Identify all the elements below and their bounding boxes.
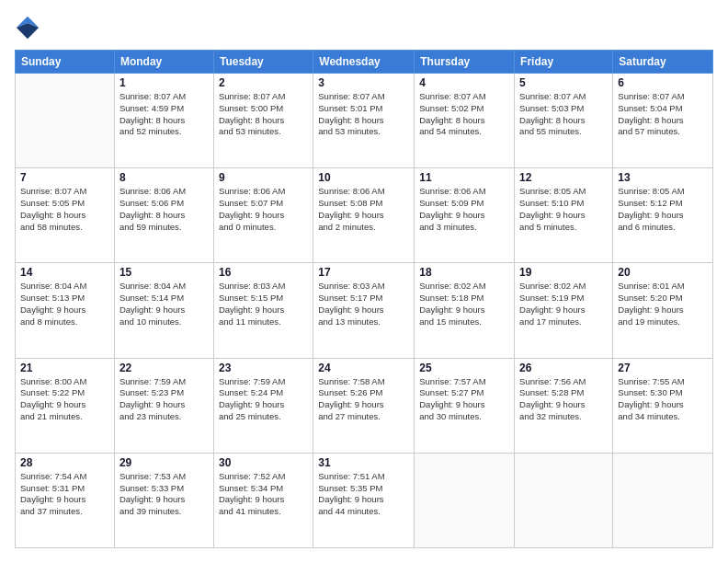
calendar-cell: 18Sunrise: 8:02 AM Sunset: 5:18 PM Dayli… (415, 263, 515, 358)
calendar-cell (515, 453, 613, 547)
day-info: Sunrise: 7:51 AM Sunset: 5:35 PM Dayligh… (318, 471, 409, 518)
day-number: 10 (318, 171, 409, 184)
day-info: Sunrise: 7:58 AM Sunset: 5:26 PM Dayligh… (318, 376, 409, 423)
day-info: Sunrise: 8:05 AM Sunset: 5:10 PM Dayligh… (519, 186, 608, 233)
day-info: Sunrise: 7:57 AM Sunset: 5:27 PM Dayligh… (419, 376, 509, 423)
day-number: 11 (419, 171, 509, 184)
calendar-cell: 9Sunrise: 8:06 AM Sunset: 5:07 PM Daylig… (213, 168, 313, 263)
week-row-3: 14Sunrise: 8:04 AM Sunset: 5:13 PM Dayli… (16, 263, 713, 358)
day-info: Sunrise: 8:07 AM Sunset: 5:00 PM Dayligh… (219, 91, 308, 138)
calendar-cell (415, 453, 515, 547)
day-info: Sunrise: 8:07 AM Sunset: 5:02 PM Dayligh… (419, 91, 509, 138)
day-number: 24 (318, 362, 409, 374)
calendar-cell: 24Sunrise: 7:58 AM Sunset: 5:26 PM Dayli… (313, 358, 415, 453)
day-number: 1 (119, 76, 209, 89)
calendar-cell: 16Sunrise: 8:03 AM Sunset: 5:15 PM Dayli… (213, 263, 313, 358)
day-info: Sunrise: 8:06 AM Sunset: 5:08 PM Dayligh… (318, 186, 409, 233)
calendar-cell: 30Sunrise: 7:52 AM Sunset: 5:34 PM Dayli… (213, 453, 313, 547)
weekday-header-wednesday: Wednesday (313, 51, 415, 74)
day-number: 7 (20, 171, 109, 184)
calendar-cell (613, 453, 713, 547)
weekday-header-tuesday: Tuesday (213, 51, 313, 74)
day-info: Sunrise: 7:56 AM Sunset: 5:28 PM Dayligh… (519, 376, 608, 423)
day-number: 2 (219, 76, 308, 89)
day-info: Sunrise: 8:04 AM Sunset: 5:13 PM Dayligh… (20, 281, 109, 327)
day-info: Sunrise: 8:03 AM Sunset: 5:17 PM Dayligh… (318, 281, 409, 327)
week-row-5: 28Sunrise: 7:54 AM Sunset: 5:31 PM Dayli… (16, 453, 713, 547)
calendar-cell: 13Sunrise: 8:05 AM Sunset: 5:12 PM Dayli… (613, 168, 713, 263)
calendar-cell: 22Sunrise: 7:59 AM Sunset: 5:23 PM Dayli… (114, 358, 213, 453)
page: SundayMondayTuesdayWednesdayThursdayFrid… (0, 0, 728, 563)
day-number: 22 (119, 362, 209, 374)
day-number: 23 (219, 362, 308, 374)
day-number: 8 (119, 171, 209, 184)
week-row-2: 7Sunrise: 8:07 AM Sunset: 5:05 PM Daylig… (16, 168, 713, 263)
calendar-cell: 21Sunrise: 8:00 AM Sunset: 5:22 PM Dayli… (16, 358, 115, 453)
calendar-cell: 17Sunrise: 8:03 AM Sunset: 5:17 PM Dayli… (313, 263, 415, 358)
calendar-cell: 3Sunrise: 8:07 AM Sunset: 5:01 PM Daylig… (313, 74, 415, 168)
day-info: Sunrise: 8:04 AM Sunset: 5:14 PM Dayligh… (119, 281, 209, 327)
calendar-cell: 23Sunrise: 7:59 AM Sunset: 5:24 PM Dayli… (213, 358, 313, 453)
day-number: 3 (318, 76, 409, 89)
day-info: Sunrise: 8:06 AM Sunset: 5:09 PM Dayligh… (419, 186, 509, 233)
day-number: 16 (219, 266, 308, 279)
calendar-cell: 7Sunrise: 8:07 AM Sunset: 5:05 PM Daylig… (16, 168, 115, 263)
day-info: Sunrise: 8:06 AM Sunset: 5:07 PM Dayligh… (219, 186, 308, 233)
day-info: Sunrise: 8:00 AM Sunset: 5:22 PM Dayligh… (20, 376, 109, 423)
calendar-cell (16, 74, 115, 168)
day-info: Sunrise: 8:05 AM Sunset: 5:12 PM Dayligh… (618, 186, 708, 233)
day-info: Sunrise: 7:59 AM Sunset: 5:24 PM Dayligh… (219, 376, 308, 423)
weekday-header-sunday: Sunday (16, 51, 115, 74)
day-info: Sunrise: 8:02 AM Sunset: 5:18 PM Dayligh… (419, 281, 509, 327)
calendar-cell: 2Sunrise: 8:07 AM Sunset: 5:00 PM Daylig… (213, 74, 313, 168)
day-number: 18 (419, 266, 509, 279)
calendar-cell: 31Sunrise: 7:51 AM Sunset: 5:35 PM Dayli… (313, 453, 415, 547)
day-number: 17 (318, 266, 409, 279)
day-number: 27 (618, 362, 708, 374)
day-info: Sunrise: 8:07 AM Sunset: 4:59 PM Dayligh… (119, 91, 209, 138)
day-number: 30 (219, 456, 308, 469)
calendar-cell: 15Sunrise: 8:04 AM Sunset: 5:14 PM Dayli… (114, 263, 213, 358)
day-number: 19 (519, 266, 608, 279)
day-info: Sunrise: 7:52 AM Sunset: 5:34 PM Dayligh… (219, 471, 308, 518)
logo-icon (15, 15, 40, 40)
day-number: 5 (519, 76, 608, 89)
day-info: Sunrise: 7:59 AM Sunset: 5:23 PM Dayligh… (119, 376, 209, 423)
day-number: 14 (20, 266, 109, 279)
calendar-cell: 10Sunrise: 8:06 AM Sunset: 5:08 PM Dayli… (313, 168, 415, 263)
day-number: 13 (618, 171, 708, 184)
weekday-header-monday: Monday (114, 51, 213, 74)
week-row-1: 1Sunrise: 8:07 AM Sunset: 4:59 PM Daylig… (16, 74, 713, 168)
logo (15, 15, 44, 40)
day-number: 6 (618, 76, 708, 89)
weekday-header-friday: Friday (515, 51, 613, 74)
calendar-cell: 6Sunrise: 8:07 AM Sunset: 5:04 PM Daylig… (613, 74, 713, 168)
day-number: 25 (419, 362, 509, 374)
calendar-cell: 14Sunrise: 8:04 AM Sunset: 5:13 PM Dayli… (16, 263, 115, 358)
calendar-cell: 8Sunrise: 8:06 AM Sunset: 5:06 PM Daylig… (114, 168, 213, 263)
weekday-header-saturday: Saturday (613, 51, 713, 74)
calendar-cell: 1Sunrise: 8:07 AM Sunset: 4:59 PM Daylig… (114, 74, 213, 168)
day-number: 9 (219, 171, 308, 184)
calendar-cell: 29Sunrise: 7:53 AM Sunset: 5:33 PM Dayli… (114, 453, 213, 547)
calendar-cell: 19Sunrise: 8:02 AM Sunset: 5:19 PM Dayli… (515, 263, 613, 358)
day-info: Sunrise: 8:03 AM Sunset: 5:15 PM Dayligh… (219, 281, 308, 327)
day-number: 15 (119, 266, 209, 279)
day-info: Sunrise: 8:01 AM Sunset: 5:20 PM Dayligh… (618, 281, 708, 327)
day-number: 29 (119, 456, 209, 469)
week-row-4: 21Sunrise: 8:00 AM Sunset: 5:22 PM Dayli… (16, 358, 713, 453)
calendar-cell: 26Sunrise: 7:56 AM Sunset: 5:28 PM Dayli… (515, 358, 613, 453)
day-number: 20 (618, 266, 708, 279)
calendar-cell: 12Sunrise: 8:05 AM Sunset: 5:10 PM Dayli… (515, 168, 613, 263)
day-info: Sunrise: 7:55 AM Sunset: 5:30 PM Dayligh… (618, 376, 708, 423)
day-info: Sunrise: 8:07 AM Sunset: 5:01 PM Dayligh… (318, 91, 409, 138)
day-info: Sunrise: 8:02 AM Sunset: 5:19 PM Dayligh… (519, 281, 608, 327)
day-number: 21 (20, 362, 109, 374)
calendar-table: SundayMondayTuesdayWednesdayThursdayFrid… (15, 50, 713, 548)
day-number: 28 (20, 456, 109, 469)
day-number: 26 (519, 362, 608, 374)
calendar-cell: 5Sunrise: 8:07 AM Sunset: 5:03 PM Daylig… (515, 74, 613, 168)
calendar-cell: 20Sunrise: 8:01 AM Sunset: 5:20 PM Dayli… (613, 263, 713, 358)
day-number: 4 (419, 76, 509, 89)
calendar-cell: 28Sunrise: 7:54 AM Sunset: 5:31 PM Dayli… (16, 453, 115, 547)
